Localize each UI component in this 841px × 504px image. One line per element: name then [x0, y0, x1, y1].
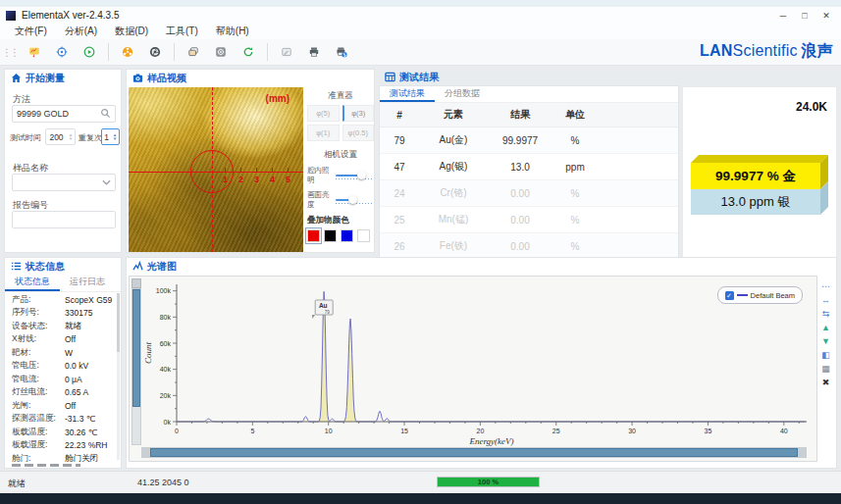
status-row: X射线:Off	[5, 333, 121, 347]
result-row[interactable]: 47Ag(银)13.0ppm	[380, 154, 678, 180]
status-value: Off	[65, 334, 76, 344]
settings-icon[interactable]	[209, 40, 233, 64]
chart-horizontal-scrollbar[interactable]	[141, 447, 807, 458]
status-value: 22.23 %RH	[65, 440, 107, 450]
xray-icon[interactable]	[116, 40, 139, 64]
result-cell: 0.00	[488, 215, 552, 226]
chart-vertical-scrollbar[interactable]	[131, 288, 141, 445]
maximize-button[interactable]: □	[794, 7, 815, 24]
taskbar[interactable]	[0, 493, 841, 504]
collapse-horizontal-icon[interactable]: ⇆	[822, 309, 830, 319]
chart-corner-button[interactable]	[131, 278, 141, 288]
status-row: 光闸:Off	[5, 399, 121, 413]
collimator-button[interactable]: φ(5)	[307, 105, 340, 122]
titlebar[interactable]: ElementaX ver-2.4.3.5 ─ □ ✕	[0, 7, 841, 25]
result-cell: 99.9977	[488, 135, 552, 146]
status-tab[interactable]: 运行日志	[60, 275, 115, 291]
result-row[interactable]: 25Mn(锰)0.00%	[380, 207, 678, 233]
spectrum-curve	[177, 291, 806, 422]
edit-icon[interactable]	[275, 40, 298, 64]
grid-icon[interactable]: ▦	[821, 364, 830, 374]
collimator-button[interactable]: φ(3)	[342, 105, 375, 122]
method-input[interactable]: 99999 GOLD	[12, 105, 116, 123]
status-label: 探测器温度:	[5, 413, 65, 425]
sample-video-view[interactable]: (mm) 12345	[129, 87, 303, 252]
close-button[interactable]: ✕	[815, 7, 837, 24]
more-icon[interactable]: ⋯	[821, 281, 830, 291]
menu-item[interactable]: 文件(F)	[6, 24, 56, 39]
expand-horizontal-icon[interactable]: ↔	[821, 295, 830, 305]
time-stepper[interactable]: 200 ▲▼	[45, 128, 76, 145]
menu-item[interactable]: 数据(D)	[106, 24, 157, 39]
printer-bluetooth-icon[interactable]	[330, 40, 353, 64]
collimator-label: 准直器	[307, 90, 374, 102]
collimator-button[interactable]: φ(0.5)	[342, 125, 375, 141]
svg-text:5: 5	[250, 428, 254, 434]
fullscreen-icon[interactable]: ✖	[822, 378, 830, 387]
status-value: 就绪	[65, 321, 81, 332]
chart-legend: ✓ Default Beam	[717, 286, 803, 304]
axes	[177, 284, 807, 422]
collapse-vertical-icon[interactable]: ▼	[821, 336, 830, 346]
scroll-left-button[interactable]	[142, 448, 150, 457]
silver-result-bar: 13.0 ppm 银	[691, 189, 820, 215]
status-scrollbar[interactable]	[117, 293, 120, 460]
results-tab[interactable]: 测试结果	[380, 86, 435, 102]
printer-icon[interactable]	[302, 40, 326, 64]
scroll-right-button[interactable]	[798, 448, 806, 457]
result-cell: %	[552, 241, 598, 252]
status-tab[interactable]: 状态信息	[5, 275, 60, 291]
slider-knob[interactable]	[357, 171, 366, 179]
result-cell: %	[552, 215, 598, 226]
result-row[interactable]: 26Fe(铁)0.00%	[380, 233, 678, 260]
status-value: ScopeX G59	[65, 295, 112, 305]
svg-text:Count: Count	[143, 342, 153, 365]
overlay-color-blue[interactable]	[341, 229, 353, 242]
results-tab[interactable]: 分组数据	[435, 86, 490, 102]
ruler-tick	[288, 168, 289, 172]
start-measure-panel: 开始测量 方法 99999 GOLD 测试时间 200 ▲▼ 重复次数 1 ▲▼…	[4, 69, 122, 253]
toolbar-drag-handle[interactable]: ⋮⋮	[2, 47, 18, 58]
zoom-box-icon[interactable]: ◧	[821, 350, 830, 360]
menu-item[interactable]: 工具(T)	[157, 24, 207, 39]
ruler-tick	[256, 168, 257, 172]
result-cell: 0.00	[488, 241, 552, 252]
chevron-down-icon[interactable]	[102, 177, 111, 187]
slider[interactable]	[336, 195, 374, 205]
status-label: 光闸:	[5, 400, 65, 412]
overlay-color-red[interactable]	[307, 229, 320, 242]
files-icon[interactable]	[182, 40, 205, 64]
report-icon[interactable]	[23, 40, 46, 64]
result-row[interactable]: 79Au(金)99.9977%	[380, 127, 678, 154]
target-icon[interactable]	[50, 40, 74, 64]
refresh-icon[interactable]	[237, 40, 260, 64]
sample-name-select[interactable]	[12, 174, 116, 191]
start-measure-icon[interactable]	[78, 40, 101, 64]
expand-vertical-icon[interactable]: ▲	[821, 323, 830, 332]
table-icon	[385, 69, 395, 86]
scroll-thumb[interactable]	[150, 448, 798, 457]
silver-result-text: 13.0 ppm 银	[691, 189, 820, 215]
shutter-icon[interactable]	[143, 40, 167, 64]
menu-item[interactable]: 分析(A)	[56, 24, 106, 39]
svg-text:60k: 60k	[160, 340, 172, 347]
collimator-button[interactable]: φ(1)	[307, 125, 340, 141]
minimize-button[interactable]: ─	[772, 7, 794, 24]
slider[interactable]	[336, 171, 374, 180]
search-icon[interactable]	[100, 108, 111, 121]
overlay-color-black[interactable]	[324, 229, 337, 242]
stepper-arrows-icon[interactable]: ▲▼	[111, 133, 119, 141]
legend-checkbox[interactable]: ✓	[725, 291, 734, 300]
repeat-stepper[interactable]: 1 ▲▼	[101, 128, 120, 145]
result-row[interactable]: 24Cr(铬)0.00%	[380, 180, 678, 207]
method-value: 99999 GOLD	[17, 109, 100, 119]
progress-fill: 100 %	[438, 478, 539, 486]
stepper-arrows-icon[interactable]: ▲▼	[67, 133, 75, 141]
menu-item[interactable]: 帮助(H)	[207, 24, 258, 39]
result-cell: %	[552, 188, 598, 199]
slider-knob[interactable]	[348, 195, 357, 204]
report-number-input[interactable]	[12, 211, 116, 228]
overlay-color-white[interactable]	[357, 229, 370, 242]
spectrum-chart[interactable]: 05101520253035400k20k40k60k80k100kCountE…	[129, 276, 817, 462]
window-title: ElementaX ver-2.4.3.5	[22, 10, 120, 21]
